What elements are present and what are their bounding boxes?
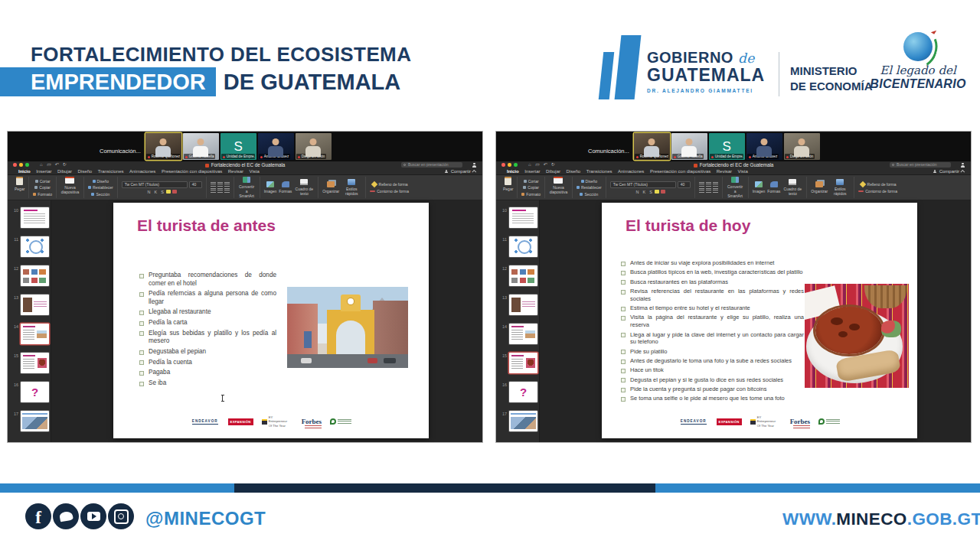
align-center-button[interactable] [217,182,223,187]
slide-thumbnail[interactable]: 15 [496,353,539,373]
slide-thumbnail-panel[interactable]: 10 11 12 13 [8,200,51,442]
insert-shapes-button[interactable]: Formas [279,181,292,194]
menu-tab[interactable]: Transiciones [586,169,612,174]
slide-thumbnail[interactable]: 10 [8,207,51,228]
share-button[interactable]: Compartir [445,169,476,174]
bullets-button[interactable] [699,188,704,193]
menu-tab[interactable]: Dibujar [546,169,560,174]
participant-tile[interactable]: Antonio Chávez [258,133,294,160]
line-spacing-button[interactable] [224,188,230,193]
font-name-select[interactable]: Tw Cen MT (Títulos) [122,181,188,188]
twitter-icon[interactable] [53,503,79,529]
slide-thumbnail[interactable]: 12 [8,265,51,286]
participant-tile[interactable]: Comunicación... [586,133,632,160]
copy-button[interactable]: Copiar [523,185,539,190]
menu-tab[interactable]: Animaciones [129,169,155,174]
participant-tile[interactable]: Antonio Chávez [746,133,782,160]
slide-thumbnail[interactable]: 11 [8,236,51,257]
slide-thumbnail[interactable]: 17 [496,411,539,431]
menu-tab[interactable]: Revisar [228,169,243,174]
slide-thumbnail[interactable]: 10 [496,207,539,228]
bullets-button[interactable] [211,188,216,193]
font-format-button[interactable]: N [635,190,639,194]
search-input[interactable]: Buscar en presentación [401,162,462,168]
participant-tile[interactable]: Diego De León [296,133,332,160]
font-format-button[interactable]: N [146,190,151,194]
account-user-icon[interactable] [472,163,476,168]
slide-thumbnail[interactable]: 13 [8,295,51,315]
align-right-button[interactable] [713,182,718,187]
section-button[interactable]: Sección [580,192,598,197]
font-name-select[interactable]: Tw Cen MT (Títulos) [610,181,676,188]
font-format-button[interactable]: S [648,190,653,194]
slide-thumbnail[interactable]: 12 [496,265,539,286]
slide-thumbnail[interactable]: 17 [8,411,51,431]
highlight-color-icon[interactable] [166,190,171,194]
participant-tile[interactable]: S Unidad de Empre.. [709,133,745,160]
menu-tab[interactable]: Vista [738,169,748,174]
participant-tile[interactable]: Roberto Quiñonez [634,133,670,160]
participant-tile[interactable]: Gilberto Novella [183,133,219,160]
layout-button[interactable]: Diseño [93,179,109,184]
numbering-button[interactable] [706,188,711,193]
menu-tab[interactable]: Vista [250,169,260,174]
slide-thumbnail[interactable]: 11 [496,236,539,257]
slide-thumbnail[interactable]: 16 ? [496,382,539,402]
arrange-button[interactable]: Organizar [322,181,339,194]
quick-styles-button[interactable]: Estilos rápidos [341,179,361,196]
format-painter-button[interactable]: Formato [521,192,541,197]
share-button[interactable]: Compartir [933,169,965,174]
font-color-icon[interactable] [172,190,177,194]
participant-tile[interactable]: Comunicación... [98,133,144,160]
search-input[interactable]: Buscar en presentación [890,162,951,168]
participant-tile[interactable]: S Unidad de Empre.. [220,133,256,160]
instagram-icon[interactable] [108,503,134,529]
slide-thumbnail[interactable]: 15 [8,353,51,373]
insert-textbox-button[interactable]: Cuadro de texto [782,179,802,196]
align-left-button[interactable] [699,182,704,187]
smartart-button[interactable]: Convertir a SmartArt [234,177,260,198]
section-button[interactable]: Sección [91,192,109,197]
copy-button[interactable]: Copiar [34,185,51,190]
menu-tab[interactable]: Dibujar [57,169,72,174]
font-color-icon[interactable] [661,190,665,194]
shape-outline-button[interactable]: Contorno de forma [858,189,897,194]
menu-tab[interactable]: Diseño [78,169,93,174]
format-painter-button[interactable]: Formato [33,192,52,197]
menu-tab[interactable]: Transiciones [98,169,124,174]
participant-tile[interactable]: Diego De León [784,133,820,160]
cut-button[interactable]: Cortar [35,179,51,184]
participant-tile[interactable]: Gilberto Novella [671,133,707,160]
collapse-ribbon-icon[interactable] [960,170,965,174]
paste-button[interactable]: Pegar [11,177,29,198]
menu-tab[interactable]: Presentación con diapositivas [162,169,222,174]
numbering-button[interactable] [217,188,223,193]
reset-button[interactable]: Restablecer [577,185,602,190]
menu-tab[interactable]: Presentación con diapositivas [650,169,710,174]
reset-button[interactable]: Restablecer [88,185,113,190]
quick-styles-button[interactable]: Estilos rápidos [830,179,850,196]
font-size-select[interactable]: 40 [189,181,202,188]
new-slide-button[interactable]: Nueva diapositiva [57,177,84,198]
slide-thumbnail[interactable]: 16 ? [8,382,51,402]
collapse-ribbon-icon[interactable] [472,170,476,174]
new-slide-button[interactable]: Nueva diapositiva [545,177,573,198]
youtube-icon[interactable] [80,503,106,529]
menu-tab[interactable]: Inicio [507,169,519,174]
insert-textbox-button[interactable]: Cuadro de texto [294,179,314,196]
facebook-icon[interactable] [25,503,51,529]
shape-outline-button[interactable]: Contorno de forma [370,189,409,194]
slide-thumbnail[interactable]: 14 [8,324,51,344]
line-spacing-button[interactable] [713,188,718,193]
slide-thumbnail[interactable]: 13 [496,295,539,315]
menu-tab[interactable]: Inicio [18,169,31,174]
participant-tile[interactable]: Roberto Quiñonez [145,133,181,160]
menu-tab[interactable]: Insertar [524,169,540,174]
layout-button[interactable]: Diseño [581,179,598,184]
font-size-select[interactable]: 40 [678,181,691,188]
insert-picture-button[interactable]: Imagen [753,181,766,194]
slide-hoy[interactable]: El turista de hoy Antes de iniciar su vi… [602,203,917,438]
menu-tab[interactable]: Diseño [567,169,581,174]
account-user-icon[interactable] [960,163,965,168]
smartart-button[interactable]: Convertir a SmartArt [723,177,749,198]
